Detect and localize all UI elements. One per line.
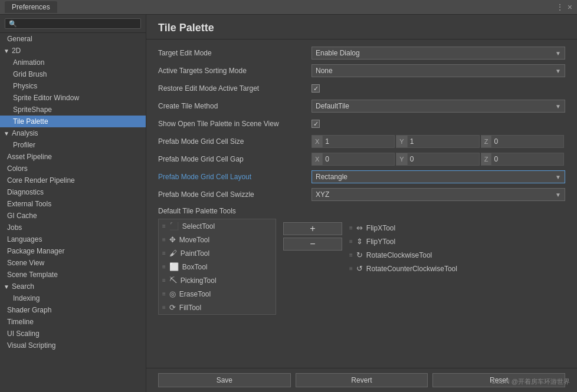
sidebar-item-profiler[interactable]: Profiler: [0, 139, 146, 151]
sidebar-item-label: Indexing: [13, 294, 40, 302]
grid-cell-layout-label[interactable]: Prefab Mode Grid Cell Layout: [158, 173, 312, 181]
tool-item-select[interactable]: ≡⬛SelectTool: [159, 219, 276, 233]
expand-arrow-icon: ▼: [4, 130, 9, 137]
sidebar-item-tile-palette[interactable]: Tile Palette: [0, 116, 146, 127]
search-input[interactable]: [5, 18, 141, 29]
sidebar-item-general[interactable]: General: [0, 33, 146, 45]
tool-icon: ⛏: [169, 276, 177, 285]
grid-cell-size-x[interactable]: X 1: [312, 135, 395, 148]
sidebar-group-2d[interactable]: ▼2D: [0, 45, 146, 57]
right-tool-icon: ⇕: [356, 237, 363, 246]
grid-cell-swizzle-dropdown[interactable]: XYZ ▼: [312, 188, 565, 201]
grid-cell-gap-y[interactable]: Y 0: [396, 153, 479, 166]
sidebar-item-ui-scaling[interactable]: UI Scaling: [0, 328, 146, 340]
right-tool-item-flipy[interactable]: ≡⇕FlipYTool: [349, 236, 457, 247]
tools-left: ≡⬛SelectTool≡✥MoveTool≡🖌PaintTool≡⬜BoxTo…: [158, 219, 276, 315]
right-tool-item-flipx[interactable]: ≡⇔FlipXTool: [349, 222, 457, 233]
sidebar-item-visual-scripting[interactable]: Visual Scripting: [0, 340, 146, 351]
sidebar-item-scene-view[interactable]: Scene View: [0, 257, 146, 269]
right-tool-item-rotate-ccw[interactable]: ≡↺RotateCounterClockwiseTool: [349, 263, 457, 274]
sidebar-item-diagnostics[interactable]: Diagnostics: [0, 186, 146, 198]
tool-list-box: ≡⬛SelectTool≡✥MoveTool≡🖌PaintTool≡⬜BoxTo…: [158, 219, 276, 315]
grid-cell-size-control: X 1 Y 1 Z 0: [312, 135, 565, 148]
drag-handle-icon: ≡: [162, 277, 166, 284]
sidebar-item-animation[interactable]: Animation: [0, 57, 146, 68]
target-edit-mode-dropdown[interactable]: Enable Dialog ▼: [312, 47, 565, 60]
sidebar-item-label: Core Render Pipeline: [7, 176, 75, 185]
sidebar-item-label: SpriteShape: [13, 106, 52, 114]
grid-cell-layout-dropdown[interactable]: Rectangle ▼: [312, 170, 565, 183]
sidebar-item-external-tools[interactable]: External Tools: [0, 198, 146, 210]
tool-item-box[interactable]: ≡⬜BoxTool: [159, 260, 276, 274]
right-tool-item-rotate-cw[interactable]: ≡↻RotateClockwiseTool: [349, 249, 457, 261]
main-container: General▼2DAnimationGrid BrushPhysicsSpri…: [0, 15, 577, 392]
save-button[interactable]: Save: [158, 373, 291, 387]
remove-tool-button[interactable]: −: [283, 238, 342, 251]
create-tile-method-row: Create Tile Method DefaultTile ▼: [158, 100, 565, 113]
sidebar-item-asset-pipeline[interactable]: Asset Pipeline: [0, 151, 146, 163]
sidebar-item-languages[interactable]: Languages: [0, 233, 146, 245]
sidebar-group-search[interactable]: ▼Search: [0, 281, 146, 292]
tool-label: BoxTool: [182, 263, 208, 271]
grid-cell-size-z[interactable]: Z 0: [481, 135, 564, 148]
sidebar-group-analysis[interactable]: ▼Analysis: [0, 127, 146, 139]
reset-button[interactable]: Reset: [432, 373, 565, 387]
sidebar-item-label: GI Cache: [7, 212, 37, 220]
drag-handle-icon: ≡: [162, 291, 166, 297]
restore-edit-mode-checkbox[interactable]: [312, 84, 320, 93]
drag-handle-icon: ≡: [162, 304, 166, 311]
sidebar-item-label: Grid Brush: [13, 70, 47, 78]
close-icon[interactable]: ×: [568, 2, 572, 12]
sidebar-item-shader-graph[interactable]: Shader Graph: [0, 304, 146, 316]
sidebar-item-gi-cache[interactable]: GI Cache: [0, 210, 146, 222]
sidebar-item-scene-template[interactable]: Scene Template: [0, 269, 146, 281]
show-tile-palette-row: Show Open Tile Palette in Scene View: [158, 117, 565, 130]
sidebar-item-indexing[interactable]: Indexing: [0, 292, 146, 304]
grid-cell-size-row: Prefab Mode Grid Cell Size X 1 Y 1 Z: [158, 135, 565, 148]
tools-section-title: Default Tile Palette Tools: [158, 207, 565, 215]
sidebar-group-label: Analysis: [12, 129, 38, 137]
title-bar-icons[interactable]: ⋮ ×: [556, 2, 572, 12]
preferences-tab[interactable]: Preferences: [5, 1, 57, 13]
sidebar-item-colors[interactable]: Colors: [0, 163, 146, 174]
dropdown-arrow-icon: ▼: [555, 50, 561, 57]
tool-item-erase[interactable]: ≡◎EraseTool: [159, 287, 276, 301]
sidebar-item-physics[interactable]: Physics: [0, 80, 146, 92]
sidebar-item-label: Scene Template: [7, 271, 58, 279]
tool-label: PaintTool: [181, 249, 209, 258]
revert-button[interactable]: Revert: [296, 373, 428, 387]
tool-label: SelectTool: [182, 222, 215, 230]
sidebar-item-label: Diagnostics: [7, 188, 44, 196]
tool-item-move[interactable]: ≡✥MoveTool: [159, 233, 276, 246]
sidebar-group-label: Search: [12, 282, 34, 291]
expand-arrow-icon: ▼: [4, 284, 9, 290]
add-tool-button[interactable]: +: [283, 222, 342, 235]
sidebar-item-label: Shader Graph: [7, 306, 51, 314]
sidebar-item-core-render-pipeline[interactable]: Core Render Pipeline: [0, 174, 146, 186]
sorting-mode-label: Active Targets Sorting Mode: [158, 67, 312, 75]
sidebar-item-jobs[interactable]: Jobs: [0, 222, 146, 233]
sidebar-item-grid-brush[interactable]: Grid Brush: [0, 68, 146, 80]
sidebar-item-label: Package Manager: [7, 247, 64, 255]
more-icon[interactable]: ⋮: [556, 2, 564, 12]
sidebar-item-label: Colors: [7, 164, 28, 173]
sidebar-item-timeline[interactable]: Timeline: [0, 316, 146, 328]
grid-cell-swizzle-row: Prefab Mode Grid Cell Swizzle XYZ ▼: [158, 188, 565, 201]
create-tile-method-dropdown[interactable]: DefaultTile ▼: [312, 100, 565, 113]
right-tool-label: RotateClockwiseTool: [366, 251, 432, 259]
drag-handle-icon: ≡: [162, 223, 166, 229]
sidebar-item-label: Asset Pipeline: [7, 153, 52, 161]
grid-cell-gap-z[interactable]: Z 0: [481, 153, 564, 166]
sorting-mode-dropdown[interactable]: None ▼: [312, 64, 565, 77]
tool-item-paint[interactable]: ≡🖌PaintTool: [159, 246, 276, 260]
grid-cell-size-y[interactable]: Y 1: [396, 135, 479, 148]
sidebar-item-package-manager[interactable]: Package Manager: [0, 245, 146, 257]
sidebar-item-sprite-editor-window[interactable]: Sprite Editor Window: [0, 92, 146, 104]
tool-icon: ⬛: [169, 222, 179, 230]
show-tile-palette-checkbox[interactable]: [312, 120, 320, 128]
sidebar-item-spriteshape[interactable]: SpriteShape: [0, 104, 146, 116]
grid-cell-gap-x[interactable]: X 0: [312, 153, 395, 166]
tool-item-picking[interactable]: ≡⛏PickingTool: [159, 274, 276, 287]
dropdown-arrow-icon3: ▼: [555, 103, 561, 110]
tool-item-fill[interactable]: ≡⟳FillTool: [159, 301, 276, 314]
